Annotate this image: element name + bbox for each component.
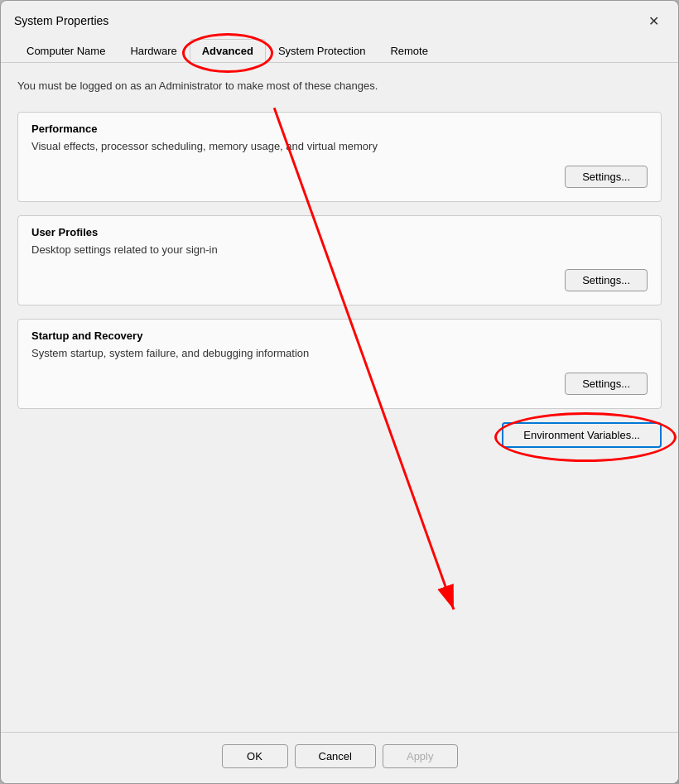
- environment-variables-button[interactable]: Environment Variables...: [502, 422, 662, 448]
- tab-system-protection[interactable]: System Protection: [266, 39, 378, 62]
- admin-notice: You must be logged on as an Administrato…: [17, 76, 662, 95]
- user-profiles-section: User Profiles Desktop settings related t…: [17, 215, 662, 305]
- system-properties-dialog: System Properties ✕ Computer Name Hardwa…: [0, 0, 679, 784]
- startup-recovery-settings-button[interactable]: Settings...: [565, 373, 648, 395]
- tab-bar: Computer Name Hardware Advanced System P…: [1, 32, 678, 63]
- tab-hardware[interactable]: Hardware: [118, 39, 189, 62]
- performance-description: Visual effects, processor scheduling, me…: [31, 140, 648, 152]
- apply-button[interactable]: Apply: [383, 744, 458, 768]
- tab-remote[interactable]: Remote: [378, 39, 441, 62]
- close-button[interactable]: ✕: [642, 9, 665, 32]
- performance-section: Performance Visual effects, processor sc…: [17, 112, 662, 202]
- ok-button[interactable]: OK: [222, 744, 288, 768]
- startup-recovery-section: Startup and Recovery System startup, sys…: [17, 319, 662, 409]
- performance-settings-button[interactable]: Settings...: [565, 166, 648, 188]
- footer: OK Cancel Apply: [1, 732, 678, 783]
- startup-recovery-title: Startup and Recovery: [31, 329, 648, 342]
- user-profiles-settings-button[interactable]: Settings...: [565, 269, 648, 291]
- performance-title: Performance: [31, 123, 648, 135]
- user-profiles-description: Desktop settings related to your sign-in: [31, 243, 648, 256]
- content-area: You must be logged on as an Administrato…: [1, 63, 678, 732]
- title-bar: System Properties ✕: [1, 1, 678, 32]
- dialog-title: System Properties: [14, 14, 108, 27]
- startup-recovery-description: System startup, system failure, and debu…: [31, 347, 648, 359]
- cancel-button[interactable]: Cancel: [295, 744, 376, 768]
- tab-computer-name[interactable]: Computer Name: [14, 39, 118, 62]
- tab-advanced[interactable]: Advanced: [190, 39, 266, 62]
- user-profiles-title: User Profiles: [31, 226, 648, 238]
- env-vars-section: Environment Variables...: [17, 422, 662, 448]
